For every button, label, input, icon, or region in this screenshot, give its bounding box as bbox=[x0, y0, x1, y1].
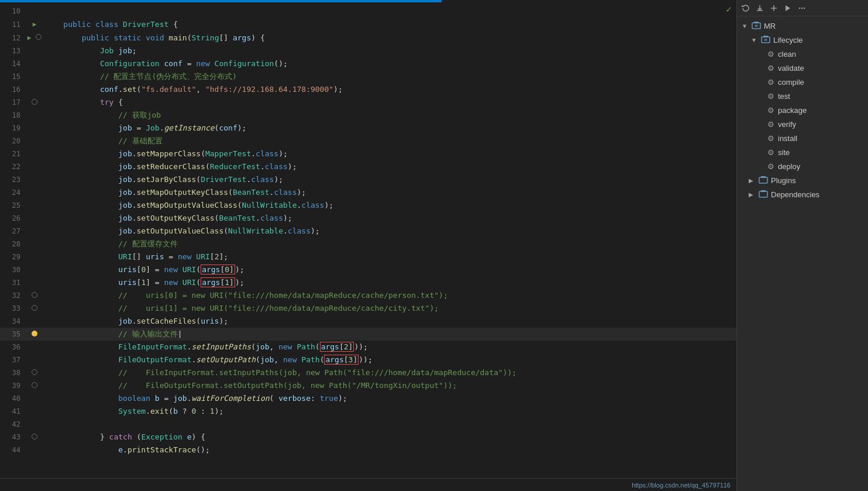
line-number: 16 bbox=[0, 83, 26, 96]
mr-label: MR bbox=[764, 22, 776, 30]
phase-validate-label: validate bbox=[778, 64, 804, 73]
line-gutter bbox=[26, 135, 43, 147]
table-row: 30 uris[0] = new URI(args[0]); bbox=[0, 263, 736, 276]
status-url: https://blog.csdn.net/qq_45797116 bbox=[632, 482, 731, 489]
table-row: 33 // uris[1] = new URI("file:///home/da… bbox=[0, 302, 736, 315]
line-number: 17 bbox=[0, 96, 26, 109]
line-gutter bbox=[26, 44, 43, 57]
line-number: 22 bbox=[0, 160, 26, 173]
add-toolbar-icon[interactable] bbox=[769, 3, 779, 13]
svg-point-5 bbox=[804, 7, 805, 8]
phase-install-label: install bbox=[778, 134, 797, 143]
svg-text:M: M bbox=[764, 38, 767, 42]
yellow-dot-icon bbox=[32, 331, 37, 337]
phase-verify[interactable]: ⚙ verify bbox=[737, 117, 868, 131]
phase-validate[interactable]: ⚙ validate bbox=[737, 61, 868, 75]
line-gutter bbox=[26, 212, 43, 225]
line-number: 39 bbox=[0, 379, 26, 392]
line-number: 21 bbox=[0, 147, 26, 160]
phase-test[interactable]: ⚙ test bbox=[737, 89, 868, 103]
phase-deploy[interactable]: ⚙ deploy bbox=[737, 159, 868, 173]
lifecycle-section[interactable]: ▼ M Lifecycle bbox=[737, 33, 868, 47]
dependencies-section[interactable]: ▶ Dependencies bbox=[737, 187, 868, 201]
line-code: // uris[0] = new URI("file:///home/data/… bbox=[43, 289, 736, 302]
table-row: 36 FileInputFormat.setInputPaths(job, ne… bbox=[0, 341, 736, 353]
line-number: 31 bbox=[0, 276, 26, 289]
line-code: // 配置缓存文件 bbox=[43, 238, 736, 250]
line-gutter bbox=[26, 405, 43, 418]
line-number: 23 bbox=[0, 173, 26, 186]
line-gutter bbox=[26, 122, 43, 135]
phase-gear-icon: ⚙ bbox=[767, 92, 774, 101]
table-row: 42 bbox=[0, 418, 736, 431]
line-number: 43 bbox=[0, 431, 26, 444]
phase-gear-icon: ⚙ bbox=[767, 64, 774, 73]
line-code: job.setOutputKeyClass(BeanTest.class); bbox=[43, 212, 736, 225]
sidebar-toolbar bbox=[737, 0, 868, 16]
table-row: 18 // 获取job bbox=[0, 109, 736, 122]
download-toolbar-icon[interactable] bbox=[755, 3, 765, 13]
line-code: System.exit(b ? 0 : 1); bbox=[43, 405, 736, 418]
phase-gear-icon: ⚙ bbox=[767, 50, 774, 59]
table-row: 22 job.setReducerClass(ReducerTest.class… bbox=[0, 160, 736, 173]
line-gutter bbox=[26, 238, 43, 250]
table-row: 31 uris[1] = new URI(args[1]); bbox=[0, 276, 736, 289]
line-code: FileInputFormat.setInputPaths(job, new P… bbox=[43, 341, 736, 353]
run-toolbar-icon[interactable] bbox=[783, 3, 793, 13]
phase-package[interactable]: ⚙ package bbox=[737, 103, 868, 117]
plugins-section[interactable]: ▶ Plugins bbox=[737, 173, 868, 187]
line-code: job.setMapperClass(MapperTest.class); bbox=[43, 147, 736, 160]
line-code: job.setJarByClass(DriverTest.class); bbox=[43, 173, 736, 186]
line-number: 29 bbox=[0, 250, 26, 263]
phase-clean[interactable]: ⚙ clean bbox=[737, 47, 868, 61]
line-code: // 输入输出文件| bbox=[43, 328, 736, 341]
line-code: job.setCacheFiles(uris); bbox=[43, 315, 736, 328]
phase-gear-icon: ⚙ bbox=[767, 162, 774, 171]
line-number: 19 bbox=[0, 122, 26, 135]
line-code: // uris[1] = new URI("file:///home/data/… bbox=[43, 302, 736, 315]
breakpoint-icon bbox=[32, 369, 37, 375]
maven-sidebar: ▼ M MR ▼ M Lifecycle bbox=[736, 0, 868, 491]
line-number: 28 bbox=[0, 238, 26, 250]
line-code: // FileInputFormat.setInputPaths(job, ne… bbox=[43, 366, 736, 379]
svg-rect-10 bbox=[763, 36, 768, 37]
phase-compile[interactable]: ⚙ compile bbox=[737, 75, 868, 89]
phase-deploy-label: deploy bbox=[778, 162, 800, 171]
phase-install[interactable]: ⚙ install bbox=[737, 131, 868, 145]
line-number: 40 bbox=[0, 392, 26, 405]
plugins-label: Plugins bbox=[771, 176, 796, 185]
refresh-toolbar-icon[interactable] bbox=[740, 3, 751, 13]
breakpoint-icon bbox=[36, 34, 42, 40]
line-gutter bbox=[26, 109, 43, 122]
progress-bar bbox=[0, 0, 442, 2]
table-row: 26 job.setOutputKeyClass(BeanTest.class)… bbox=[0, 212, 736, 225]
table-row: 10 bbox=[0, 5, 736, 18]
line-gutter bbox=[26, 315, 43, 328]
line-code: job.setOutputValueClass(NullWritable.cla… bbox=[43, 225, 736, 238]
table-row: 32 // uris[0] = new URI("file:///home/da… bbox=[0, 289, 736, 302]
phase-gear-icon: ⚙ bbox=[767, 148, 774, 157]
table-row: 16 conf.set("fs.default", "hdfs://192.16… bbox=[0, 83, 736, 96]
more-toolbar-icon[interactable] bbox=[797, 3, 807, 13]
line-gutter bbox=[26, 302, 43, 315]
line-number: 41 bbox=[0, 405, 26, 418]
line-gutter bbox=[26, 341, 43, 353]
phase-clean-label: clean bbox=[778, 50, 796, 59]
line-code: job.setMapOutputValueClass(NullWritable.… bbox=[43, 199, 736, 212]
maven-mr-root[interactable]: ▼ M MR bbox=[737, 19, 868, 33]
line-code: // 获取job bbox=[43, 109, 736, 122]
phase-gear-icon: ⚙ bbox=[767, 106, 774, 115]
line-code: boolean b = job.waitForCompletion( verbo… bbox=[43, 392, 736, 405]
table-row: 12 ▶ public static void main(String[] ar… bbox=[0, 31, 736, 44]
line-number: 37 bbox=[0, 353, 26, 366]
line-code: public class DriverTest { bbox=[43, 18, 736, 31]
line-number: 15 bbox=[0, 70, 26, 83]
line-gutter bbox=[26, 83, 43, 96]
line-gutter bbox=[26, 444, 43, 456]
svg-rect-15 bbox=[761, 190, 766, 192]
line-code: job = Job.getInstance(conf); bbox=[43, 122, 736, 135]
phase-site[interactable]: ⚙ site bbox=[737, 145, 868, 159]
line-code: conf.set("fs.default", "hdfs://192.168.6… bbox=[43, 83, 736, 96]
line-code: Configuration conf = new Configuration()… bbox=[43, 57, 736, 70]
line-gutter bbox=[26, 276, 43, 289]
